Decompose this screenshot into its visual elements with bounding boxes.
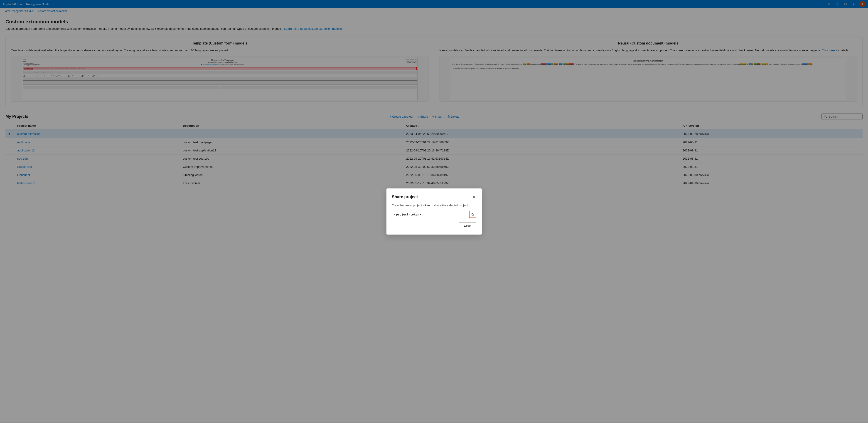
modal-close-x-button[interactable]: ✕ xyxy=(471,194,476,200)
share-project-modal: Share project ✕ Copy the below project t… xyxy=(386,188,482,235)
modal-header: Share project ✕ xyxy=(392,194,476,200)
modal-title: Share project xyxy=(392,194,418,199)
modal-overlay[interactable]: Share project ✕ Copy the below project t… xyxy=(0,0,868,422)
modal-description: Copy the below project token to share th… xyxy=(392,204,476,207)
modal-token-row: ⧉ xyxy=(392,211,476,218)
project-token-input[interactable] xyxy=(392,211,468,218)
copy-token-button[interactable]: ⧉ xyxy=(469,211,476,218)
modal-footer: Close xyxy=(392,222,476,229)
modal-close-button[interactable]: Close xyxy=(459,222,476,229)
copy-icon: ⧉ xyxy=(471,213,474,216)
